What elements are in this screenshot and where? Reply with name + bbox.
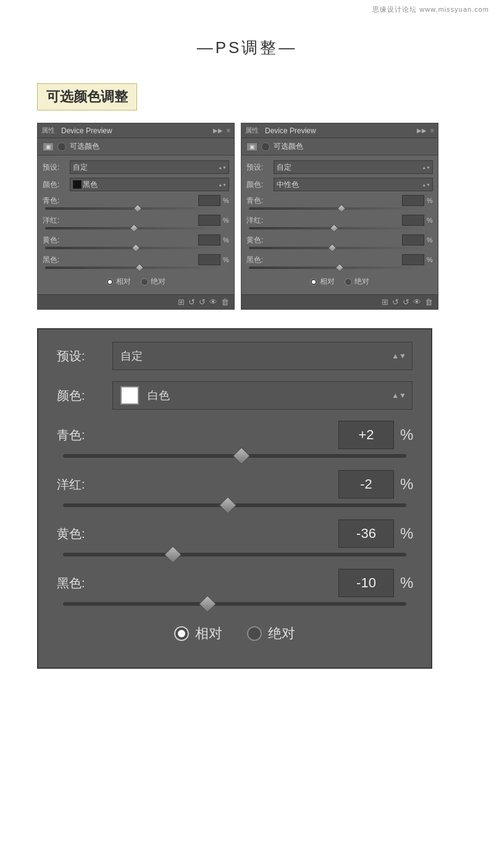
large-cyan-value[interactable]: +2 — [338, 421, 394, 449]
large-color-name: 白色 — [148, 388, 170, 403]
panel-left-black-track-bar[interactable] — [45, 267, 227, 269]
large-magenta-value[interactable]: -2 — [338, 470, 394, 498]
panel-left-preset-row: 预设: 自定 — [43, 160, 229, 174]
large-yellow-thumb[interactable] — [164, 546, 182, 563]
panel-left-footer-icon4[interactable]: 👁 — [209, 297, 217, 307]
large-magenta-section: 洋红: -2 % — [57, 470, 412, 507]
large-cyan-track-wrapper — [57, 454, 412, 458]
large-yellow-track-wrapper — [57, 553, 412, 556]
panel-right-cyan-label: 青色: — [246, 196, 267, 206]
panel-left-mask-icon: ▣ — [43, 143, 54, 151]
panel-right-magenta-row: 洋红: -3 % — [246, 215, 433, 226]
panel-right-preset-select-wrapper[interactable]: 自定 — [274, 160, 433, 174]
panel-right-footer-icon3[interactable]: ↺ — [403, 297, 409, 307]
panel-right-cyan-value[interactable]: +1 — [402, 195, 424, 206]
panel-right-yellow-value[interactable]: -4 — [402, 234, 424, 246]
large-magenta-percent: % — [400, 476, 412, 493]
panel-right-footer-icon2[interactable]: ↺ — [392, 297, 399, 307]
large-yellow-value[interactable]: -36 — [338, 519, 394, 548]
panel-left-expand-icon[interactable]: ▶▶ — [213, 127, 223, 134]
panel-right-subheader: ▣ 可选颜色 — [241, 138, 438, 155]
large-preset-select-wrapper[interactable]: 自定 — [112, 342, 412, 370]
panel-left-yellow-track — [43, 247, 229, 249]
panel-right-radio-absolute-label: 绝对 — [354, 276, 369, 287]
panel-right-footer-icon4[interactable]: 👁 — [413, 297, 421, 307]
panel-left-menu-icon[interactable]: ≡ — [227, 127, 230, 134]
panel-right-radio-relative-button[interactable] — [310, 278, 317, 286]
panel-left-color-row: 颜色: 黑色 — [43, 178, 229, 191]
large-yellow-track[interactable] — [63, 553, 406, 556]
panel-left-name: 可选颜色 — [70, 141, 99, 152]
panel-left-cyan-track-bar[interactable] — [45, 207, 227, 210]
large-cyan-track[interactable] — [63, 454, 406, 458]
large-radio-relative-label: 相对 — [195, 624, 222, 643]
large-magenta-row: 洋红: -2 % — [57, 470, 412, 498]
panel-right-footer-icon5[interactable]: 🗑 — [425, 297, 433, 307]
panel-right-black-value[interactable]: 0 — [402, 254, 424, 265]
panel-right-yellow-label: 黄色: — [246, 235, 267, 246]
panel-right-radio-absolute-button[interactable] — [345, 278, 352, 286]
panel-right-name: 可选颜色 — [274, 141, 303, 152]
large-color-select-wrapper[interactable]: 白色 — [112, 381, 412, 410]
panel-left-footer-icon2[interactable]: ↺ — [188, 297, 195, 307]
panel-left-magenta-value[interactable]: -1 — [198, 215, 220, 226]
panel-right-mask-icon: ▣ — [246, 143, 257, 151]
large-cyan-percent: % — [400, 426, 412, 444]
panel-right-footer-icon1[interactable]: ⊞ — [382, 297, 388, 307]
panel-left-radio-absolute-button[interactable] — [141, 278, 148, 286]
panel-left-black-value[interactable]: +2 — [198, 254, 220, 265]
panel-left-color-label: 颜色: — [43, 180, 67, 190]
large-preset-select[interactable]: 自定 — [112, 342, 412, 370]
large-magenta-label: 洋红: — [57, 476, 106, 493]
panel-left-yellow-value[interactable]: 0 — [198, 234, 220, 246]
large-color-select[interactable]: 白色 — [112, 381, 412, 410]
panel-left-black-label: 黑色: — [43, 255, 64, 265]
panel-left-color-select-wrapper[interactable]: 黑色 — [70, 178, 229, 191]
panel-left-magenta-track-bar[interactable] — [45, 227, 227, 229]
panel-left-circle-icon — [57, 143, 66, 151]
large-radio-absolute-button[interactable] — [247, 626, 262, 641]
large-magenta-thumb[interactable] — [219, 497, 237, 514]
large-magenta-track[interactable] — [63, 503, 406, 507]
large-color-row: 颜色: 白色 — [57, 381, 412, 410]
panel-left: 属性 Device Preview ▶▶ ≡ ▣ 可选颜色 预设: 自定 颜色: — [37, 123, 235, 310]
panel-right-color-row: 颜色: 中性色 — [246, 178, 433, 191]
panel-left-footer-icon3[interactable]: ↺ — [199, 297, 206, 307]
large-yellow-row: 黄色: -36 % — [57, 519, 412, 548]
panel-left-radio-absolute[interactable]: 绝对 — [141, 276, 165, 287]
panel-right-cyan-track — [246, 207, 433, 210]
panel-right-magenta-value[interactable]: -3 — [402, 215, 424, 226]
panel-right-radio-relative[interactable]: 相对 — [310, 276, 335, 287]
panel-right-footer: ⊞ ↺ ↺ 👁 🗑 — [241, 294, 438, 309]
panel-left-cyan-value[interactable]: +1 — [198, 195, 220, 206]
panel-right-radio-absolute[interactable]: 绝对 — [345, 276, 369, 287]
large-black-track[interactable] — [63, 602, 406, 606]
panel-right-magenta-track-bar[interactable] — [249, 227, 430, 229]
panel-left-color-select[interactable]: 黑色 — [70, 178, 229, 191]
large-cyan-thumb[interactable] — [233, 447, 250, 465]
panel-right-black-track — [246, 267, 433, 269]
panel-left-preset-select-wrapper[interactable]: 自定 — [70, 160, 229, 174]
large-radio-absolute[interactable]: 绝对 — [247, 624, 295, 643]
panel-right-color-select[interactable]: 中性色 — [274, 178, 433, 191]
large-yellow-label: 黄色: — [57, 526, 106, 542]
panel-right-body: 预设: 自定 颜色: 中性色 青色: +1 % — [241, 155, 438, 294]
panel-right-black-track-bar[interactable] — [249, 267, 430, 269]
panel-left-footer-icon1[interactable]: ⊞ — [178, 297, 185, 307]
panel-right-menu-icon[interactable]: ≡ — [430, 127, 434, 134]
panel-left-footer-icon5[interactable]: 🗑 — [221, 297, 229, 307]
panel-right-cyan-track-bar[interactable] — [249, 207, 430, 210]
large-radio-relative-button[interactable] — [174, 626, 189, 641]
large-black-value[interactable]: -10 — [338, 569, 394, 597]
panel-left-radio-relative[interactable]: 相对 — [106, 276, 131, 287]
panel-left-radio-relative-button[interactable] — [106, 278, 114, 286]
section-heading-area: 可选颜色调整 — [0, 83, 494, 123]
panel-left-preset-select[interactable]: 自定 — [70, 160, 229, 174]
large-radio-relative[interactable]: 相对 — [174, 624, 222, 643]
panel-left-yellow-track-bar[interactable] — [45, 247, 227, 249]
panel-right-preset-select[interactable]: 自定 — [274, 160, 433, 174]
panel-right-yellow-track-bar[interactable] — [249, 247, 430, 249]
panel-right-expand-icon[interactable]: ▶▶ — [417, 127, 427, 134]
large-black-thumb[interactable] — [198, 595, 216, 613]
panel-right-color-select-wrapper[interactable]: 中性色 — [274, 178, 433, 191]
